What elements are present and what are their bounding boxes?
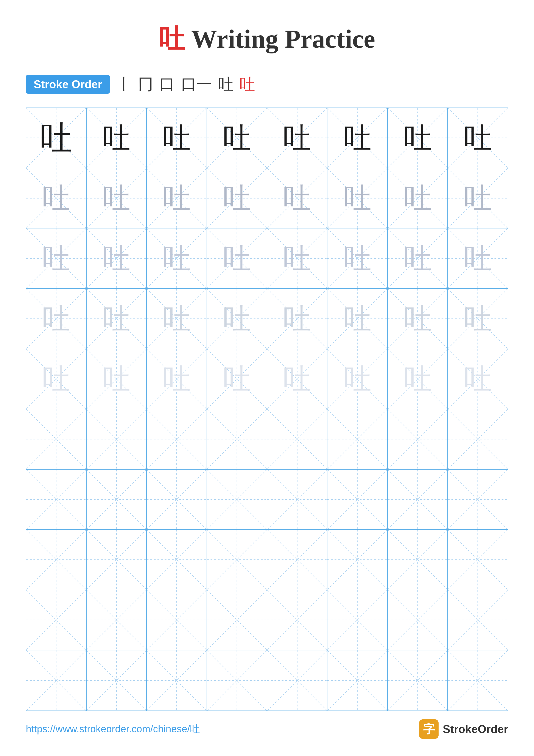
grid-cell[interactable]	[327, 470, 388, 530]
grid-cell[interactable]	[267, 590, 328, 650]
grid-cell[interactable]	[147, 409, 207, 470]
svg-line-191	[448, 409, 508, 469]
svg-line-278	[327, 590, 387, 650]
grid-cell[interactable]	[327, 590, 388, 650]
grid-cell[interactable]	[448, 650, 508, 711]
grid-cell[interactable]: 吐	[388, 168, 448, 229]
footer-url[interactable]: https://www.strokeorder.com/chinese/吐	[26, 722, 200, 736]
grid-cell[interactable]: 吐	[26, 108, 87, 168]
grid-cell[interactable]: 吐	[207, 108, 267, 168]
grid-cell[interactable]	[207, 470, 267, 530]
grid-cell[interactable]: 吐	[26, 349, 87, 410]
grid-cell[interactable]: 吐	[207, 289, 267, 349]
grid-cell[interactable]	[267, 409, 328, 470]
grid-cell[interactable]	[207, 650, 267, 711]
grid-cell[interactable]: 吐	[207, 229, 267, 289]
grid-cell[interactable]: 吐	[388, 349, 448, 410]
grid-cell[interactable]: 吐	[267, 168, 328, 229]
grid-cell[interactable]	[267, 470, 328, 530]
grid-cell[interactable]: 吐	[448, 229, 508, 289]
grid-cell[interactable]: 吐	[448, 289, 508, 349]
grid-cell[interactable]	[267, 530, 328, 590]
grid-cell[interactable]	[327, 650, 388, 711]
grid-cell[interactable]	[26, 590, 87, 650]
grid-cell[interactable]	[267, 650, 328, 711]
grid-cell[interactable]	[87, 590, 147, 650]
grid-cell[interactable]: 吐	[147, 108, 207, 168]
grid-cell[interactable]	[448, 470, 508, 530]
grid-cell[interactable]: 吐	[327, 289, 388, 349]
grid-cell[interactable]: 吐	[207, 349, 267, 410]
svg-line-295	[87, 650, 146, 711]
grid-cell[interactable]: 吐	[448, 168, 508, 229]
practice-char: 吐	[102, 305, 130, 333]
grid-cell[interactable]: 吐	[87, 349, 147, 410]
grid-cell[interactable]	[26, 650, 87, 711]
grid-cell[interactable]	[147, 590, 207, 650]
grid-cell[interactable]	[448, 530, 508, 590]
grid-cell[interactable]	[87, 650, 147, 711]
grid-cell[interactable]: 吐	[448, 108, 508, 168]
grid-cell[interactable]	[207, 409, 267, 470]
grid-cell[interactable]: 吐	[147, 349, 207, 410]
grid-cell[interactable]: 吐	[327, 108, 388, 168]
svg-line-267	[147, 590, 207, 650]
grid-cell[interactable]: 吐	[327, 229, 388, 289]
grid-cell[interactable]	[327, 530, 388, 590]
grid-cell[interactable]: 吐	[388, 229, 448, 289]
grid-cell[interactable]: 吐	[26, 168, 87, 229]
grid-cell[interactable]: 吐	[267, 289, 328, 349]
grid-cell[interactable]: 吐	[147, 289, 207, 349]
grid-cell[interactable]: 吐	[388, 289, 448, 349]
grid-cell[interactable]: 吐	[26, 289, 87, 349]
practice-char: 吐	[102, 365, 130, 393]
grid-cell[interactable]	[207, 590, 267, 650]
svg-line-195	[26, 470, 86, 529]
svg-line-275	[267, 590, 327, 650]
grid-cell[interactable]	[26, 409, 87, 470]
grid-cell[interactable]: 吐	[87, 289, 147, 349]
svg-line-218	[388, 470, 447, 529]
grid-cell[interactable]	[207, 530, 267, 590]
grid-cell[interactable]: 吐	[87, 229, 147, 289]
grid-cell[interactable]: 吐	[87, 108, 147, 168]
grid-cell[interactable]: 吐	[147, 229, 207, 289]
grid-cell[interactable]	[87, 470, 147, 530]
stroke-steps: 丨 冂 口 口一 吐 吐	[116, 74, 255, 94]
grid-cell[interactable]	[26, 530, 87, 590]
grid-cell[interactable]	[388, 530, 448, 590]
grid-cell[interactable]	[388, 650, 448, 711]
practice-char: 吐	[163, 184, 191, 212]
svg-line-194	[26, 470, 86, 529]
grid-cell[interactable]: 吐	[388, 108, 448, 168]
grid-cell[interactable]: 吐	[26, 229, 87, 289]
grid-cell[interactable]	[147, 530, 207, 590]
grid-cell[interactable]: 吐	[267, 349, 328, 410]
svg-line-207	[207, 470, 267, 529]
brand-char: 字	[423, 721, 435, 737]
grid-cell[interactable]: 吐	[267, 229, 328, 289]
grid-cell[interactable]	[448, 409, 508, 470]
grid-cell[interactable]	[87, 409, 147, 470]
svg-line-187	[388, 409, 447, 469]
grid-cell[interactable]	[327, 409, 388, 470]
svg-line-222	[448, 470, 508, 529]
grid-cell[interactable]: 吐	[327, 168, 388, 229]
grid-cell[interactable]	[388, 470, 448, 530]
grid-cell[interactable]	[448, 590, 508, 650]
grid-cell[interactable]: 吐	[448, 349, 508, 410]
grid-cell[interactable]: 吐	[327, 349, 388, 410]
grid-cell[interactable]: 吐	[87, 168, 147, 229]
grid-cell[interactable]	[388, 590, 448, 650]
grid-cell[interactable]: 吐	[207, 168, 267, 229]
grid-cell[interactable]: 吐	[267, 108, 328, 168]
grid-cell[interactable]	[87, 530, 147, 590]
practice-char: 吐	[343, 365, 371, 393]
grid-cell[interactable]	[388, 409, 448, 470]
grid-cell[interactable]	[147, 470, 207, 530]
svg-line-178	[267, 409, 327, 469]
svg-line-282	[388, 590, 447, 650]
grid-cell[interactable]	[26, 470, 87, 530]
grid-cell[interactable]: 吐	[147, 168, 207, 229]
grid-cell[interactable]	[147, 650, 207, 711]
